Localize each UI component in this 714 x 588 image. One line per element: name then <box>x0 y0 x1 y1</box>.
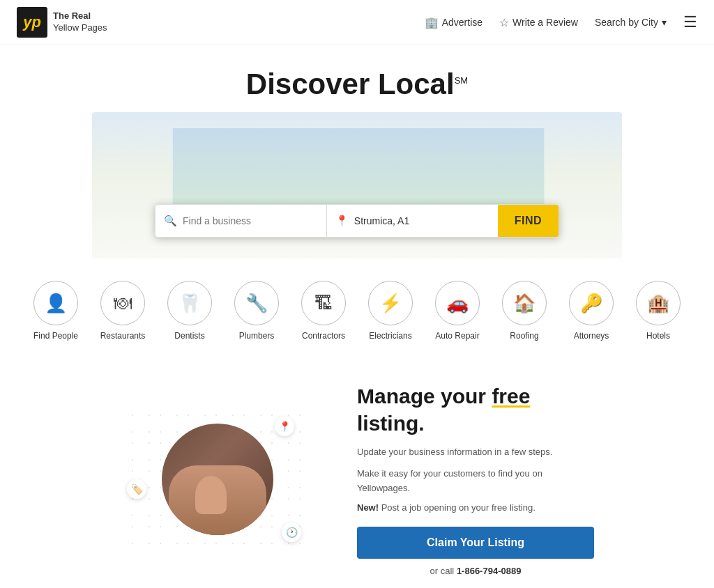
pin-icon: 📍 <box>275 417 294 436</box>
category-item-hotels[interactable]: 🏨 Hotels <box>630 281 686 341</box>
category-label-attorneys: Attorneys <box>574 331 609 341</box>
search-business-input[interactable] <box>183 205 318 237</box>
manage-headline: Manage your free listing. <box>357 382 594 437</box>
category-item-find-people[interactable]: 👤 Find People <box>28 281 84 341</box>
phone-link[interactable]: 1-866-794-0889 <box>457 566 522 576</box>
hero-title-area: Discover LocalSM <box>0 45 714 112</box>
clock-icon: 🕐 <box>282 523 301 542</box>
logo-area[interactable]: yp The Real Yellow Pages <box>17 7 107 38</box>
auto-repair-icon: 🚗 <box>435 281 480 325</box>
contractors-icon: 🏗 <box>301 281 346 325</box>
manage-new: New! Post a job opening on your free lis… <box>357 502 594 513</box>
category-label-find-people: Find People <box>33 331 78 341</box>
search-bar: 🔍 📍 FIND <box>155 204 559 238</box>
logo-yp-icon: yp <box>17 7 47 38</box>
claim-listing-button[interactable]: Claim Your Listing <box>357 527 594 559</box>
find-button[interactable]: FIND <box>498 205 559 237</box>
categories-section: 👤 Find People 🍽 Restaurants 🦷 Dentists 🔧… <box>0 258 714 355</box>
building-icon: 🏢 <box>425 16 439 29</box>
chevron-down-icon: ▾ <box>662 17 667 28</box>
category-label-electricians: Electricians <box>369 331 411 341</box>
category-item-plumbers[interactable]: 🔧 Plumbers <box>229 281 284 341</box>
category-label-auto-repair: Auto Repair <box>435 331 479 341</box>
call-text: or call 1-866-794-0889 <box>357 566 594 576</box>
search-icon: 🔍 <box>164 215 177 227</box>
category-item-auto-repair[interactable]: 🚗 Auto Repair <box>430 281 485 341</box>
hamburger-menu-button[interactable]: ☰ <box>683 15 697 30</box>
tag-icon: 🏷️ <box>127 479 146 499</box>
category-item-contractors[interactable]: 🏗 Contractors <box>296 281 351 341</box>
search-business-field[interactable]: 🔍 <box>155 205 327 237</box>
hero-title: Discover LocalSM <box>0 68 714 101</box>
attorneys-icon: 🔑 <box>569 281 614 325</box>
write-review-link[interactable]: ☆ Write a Review <box>499 16 578 29</box>
category-item-electricians[interactable]: ⚡ Electricians <box>363 281 418 341</box>
category-label-roofing: Roofing <box>510 331 538 341</box>
category-label-plumbers: Plumbers <box>239 331 275 341</box>
manage-image-area: 📍 🏷️ 🕐 <box>120 403 315 556</box>
header: yp The Real Yellow Pages 🏢 Advertise ☆ W… <box>0 0 714 45</box>
roofing-icon: 🏠 <box>502 281 547 325</box>
plumbers-icon: 🔧 <box>234 281 279 325</box>
hotels-icon: 🏨 <box>636 281 681 325</box>
search-location-field[interactable]: 📍 <box>327 205 498 237</box>
business-photo <box>162 424 273 535</box>
hero-image-section: 🔍 📍 FIND <box>92 112 622 258</box>
category-item-restaurants[interactable]: 🍽 Restaurants <box>95 281 151 341</box>
category-label-restaurants: Restaurants <box>100 331 146 341</box>
category-label-contractors: Contractors <box>302 331 345 341</box>
search-location-input[interactable] <box>354 205 489 237</box>
category-item-dentists[interactable]: 🦷 Dentists <box>162 281 218 341</box>
location-pin-icon: 📍 <box>335 215 349 227</box>
manage-listing-section: 📍 🏷️ 🕐 Manage your free listing. Update … <box>0 355 714 588</box>
electricians-icon: ⚡ <box>368 281 413 325</box>
category-item-roofing[interactable]: 🏠 Roofing <box>496 281 552 341</box>
manage-sub1: Update your business information in a fe… <box>357 445 594 460</box>
search-by-city-link[interactable]: Search by City ▾ <box>595 17 667 28</box>
manage-text-area: Manage your free listing. Update your bu… <box>357 382 594 576</box>
advertise-link[interactable]: 🏢 Advertise <box>425 16 483 29</box>
restaurants-icon: 🍽 <box>100 281 145 325</box>
nav-links: 🏢 Advertise ☆ Write a Review Search by C… <box>425 15 697 30</box>
category-item-attorneys[interactable]: 🔑 Attorneys <box>563 281 619 341</box>
dentists-icon: 🦷 <box>167 281 212 325</box>
star-icon: ☆ <box>499 16 509 29</box>
find-people-icon: 👤 <box>33 281 78 325</box>
category-label-hotels: Hotels <box>646 331 670 341</box>
category-label-dentists: Dentists <box>174 331 204 341</box>
logo-text: The Real Yellow Pages <box>53 10 107 34</box>
manage-sub2: Make it easy for your customers to find … <box>357 467 594 496</box>
